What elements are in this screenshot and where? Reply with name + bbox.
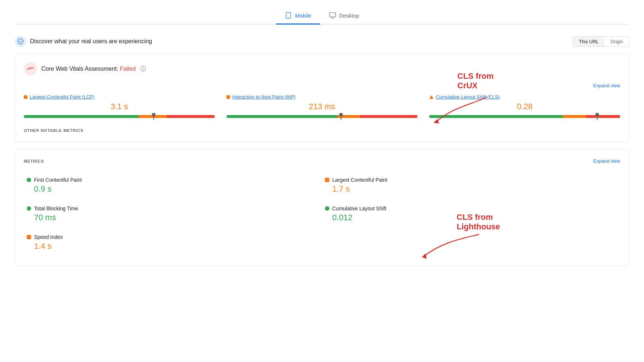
cls2-dot (325, 206, 329, 211)
cls-bar-orange (563, 115, 586, 118)
cls2-label-row: Cumulative Layout Shift (325, 206, 617, 211)
metrics-label: METRICS (24, 159, 44, 163)
metrics-two-col: First Contentful Paint 0.9 s Total Block… (24, 171, 620, 257)
cls-bar-red (586, 115, 620, 118)
cwv-icon (24, 62, 37, 75)
metric-cls-label[interactable]: Cumulative Layout Shift (CLS) (429, 94, 620, 100)
fcp-value: 0.9 s (27, 184, 319, 194)
this-url-button[interactable]: This URL (573, 37, 604, 47)
lcp-bar-green (24, 115, 138, 118)
other-metrics-label: OTHER NOTABLE METRICS (24, 128, 620, 133)
metrics-expand-link[interactable]: Expand view (593, 158, 620, 164)
lcp2-dot (325, 178, 329, 182)
si-dot (27, 235, 31, 239)
metric-cls-value: 0.28 (429, 102, 620, 111)
metric-inp-label[interactable]: Interaction to Next Paint (INP) (226, 94, 418, 100)
lcp-marker (153, 113, 154, 120)
metrics-col-right: Largest Contentful Paint 1.7 s Cumulativ… (322, 171, 620, 257)
cls2-value: 0.012 (325, 213, 617, 222)
inp-marker (341, 113, 341, 120)
metric-row-si: Speed Index 1.4 s (24, 228, 322, 257)
tbt-label-row: Total Blocking Time (27, 206, 319, 211)
inp-bar (226, 115, 418, 118)
tbt-dot (27, 206, 31, 211)
metrics-header-row: METRICS Expand view (24, 158, 620, 164)
metric-lcp-value: 3.1 s (24, 102, 215, 111)
info-icon[interactable]: ⓘ (140, 65, 146, 73)
si-label-row: Speed Index (27, 234, 319, 240)
metrics-card: METRICS Expand view First Contentful Pai… (15, 149, 629, 266)
origin-button[interactable]: Origin (604, 37, 629, 47)
section-icon (15, 36, 26, 47)
lcp2-value: 1.7 s (325, 184, 617, 194)
lcp-icon (24, 95, 27, 99)
metric-row-lcp2: Largest Contentful Paint 1.7 s (322, 171, 620, 200)
cwv-metrics-grid: Largest Contentful Paint (LCP) 3.1 s Int… (24, 94, 620, 118)
url-origin-toggle[interactable]: This URL Origin (573, 36, 629, 47)
cwv-status: Failed (120, 66, 136, 72)
tabs-bar: Mobile Desktop (15, 7, 629, 25)
cls-marker (597, 113, 598, 120)
metric-row-tbt: Total Blocking Time 70 ms (24, 200, 322, 228)
cls-icon (429, 95, 434, 99)
section-title-row: Discover what your real users are experi… (15, 36, 152, 47)
lcp-bar (24, 115, 215, 118)
fcp-dot (27, 178, 31, 182)
core-web-vitals-card: Core Web Vitals Assessment: Failed ⓘ Exp… (15, 53, 629, 142)
cls-bar (429, 115, 620, 118)
section-title: Discover what your real users are experi… (30, 38, 152, 45)
metric-row-cls2: Cumulative Layout Shift 0.012 (322, 200, 620, 228)
inp-icon (226, 95, 230, 99)
cwv-title: Core Web Vitals Assessment: Failed (41, 66, 136, 72)
desktop-icon (329, 12, 336, 19)
cwv-expand-link[interactable]: Expand view (593, 83, 620, 88)
metric-row-fcp: First Contentful Paint 0.9 s (24, 171, 322, 200)
inp-bar-red (360, 115, 418, 118)
metric-lcp-label[interactable]: Largest Contentful Paint (LCP) (24, 94, 215, 100)
svg-point-5 (18, 39, 23, 44)
metrics-col-left: First Contentful Paint 0.9 s Total Block… (24, 171, 322, 257)
inp-bar-green (226, 115, 337, 118)
tab-mobile[interactable]: Mobile (276, 7, 320, 25)
metric-lcp: Largest Contentful Paint (LCP) 3.1 s (24, 94, 215, 118)
svg-rect-2 (329, 13, 336, 17)
cwv-header: Core Web Vitals Assessment: Failed ⓘ (24, 62, 620, 75)
metric-cls: Cumulative Layout Shift (CLS) 0.28 (429, 94, 620, 118)
si-value: 1.4 s (27, 241, 319, 251)
metric-inp: Interaction to Next Paint (INP) 213 ms (226, 94, 418, 118)
tbt-value: 70 ms (27, 213, 319, 222)
lcp2-label-row: Largest Contentful Paint (325, 177, 617, 183)
mobile-icon (285, 12, 292, 19)
section-header: Discover what your real users are experi… (15, 36, 629, 47)
cwv-expand-row: Expand view (24, 83, 620, 88)
fcp-label-row: First Contentful Paint (27, 177, 319, 183)
cls-bar-green (429, 115, 563, 118)
lcp-bar-red (167, 115, 215, 118)
metric-inp-value: 213 ms (226, 102, 418, 111)
tab-desktop[interactable]: Desktop (320, 7, 368, 25)
